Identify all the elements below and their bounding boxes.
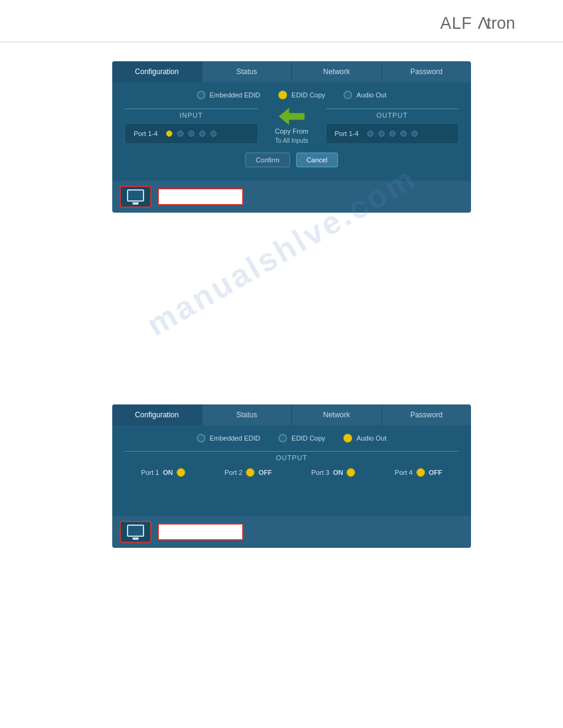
svg-text:ALF: ALF [440, 14, 472, 32]
embedded-edid-label-bottom: Embedded EDID [210, 434, 261, 442]
logo-divider [0, 42, 563, 42]
monitor-icon-bottom [127, 525, 144, 540]
output-port-label: Port 1-4 [335, 130, 362, 137]
monitor-stand-top [132, 202, 139, 205]
input-dot-2 [177, 131, 183, 137]
output-section-label: OUTPUT [124, 451, 459, 462]
toggle-row-bottom: Embedded EDID EDID Copy Audio Out [124, 434, 459, 442]
output-dot-4 [400, 131, 407, 137]
tab-password-top[interactable]: Password [382, 61, 472, 82]
action-row-top: Confirm Cancel [124, 153, 459, 167]
toggle-audio-out-bottom[interactable]: Audio Out [343, 434, 386, 442]
port-3-status: ON [333, 469, 343, 476]
top-panel-footer [112, 181, 471, 213]
footer-monitor-box-top [120, 186, 151, 208]
audio-out-dot-top [343, 91, 352, 99]
edid-copy-label-bottom: EDID Copy [291, 434, 325, 442]
embedded-edid-dot-bottom [197, 434, 205, 442]
input-dot-4 [199, 131, 205, 137]
top-panel: Configuration Status Network Password Em… [112, 61, 471, 213]
svg-text:tron: tron [486, 14, 515, 32]
input-box: INPUT Port 1-4 [124, 108, 258, 144]
toggle-row-top: Embedded EDID EDID Copy Audio Out [124, 91, 459, 99]
monitor-screen-top [127, 189, 144, 202]
edid-copy-dot-top [278, 91, 287, 99]
monitor-stand-bottom [132, 537, 139, 540]
copy-from-area: Copy From To All Inputs [264, 108, 320, 144]
edid-copy-dot-bottom [278, 434, 287, 442]
output-dot-5 [412, 131, 418, 137]
output-dot-2 [378, 131, 385, 137]
io-section-top: INPUT Port 1-4 Copy From To All Inputs [124, 108, 459, 144]
cancel-button-top[interactable]: Cancel [296, 153, 338, 167]
footer-monitor-box-bottom [120, 521, 151, 543]
embedded-edid-label-top: Embedded EDID [210, 91, 261, 99]
output-section-bottom: OUTPUT Port 1 ON Port 2 OFF Port 3 [124, 451, 459, 477]
logo-svg: ALF Λ tron [439, 11, 538, 33]
tab-configuration-top[interactable]: Configuration [112, 61, 202, 82]
output-dot-3 [389, 131, 396, 137]
copy-arrow-icon [279, 108, 305, 125]
monitor-screen-bottom [127, 525, 144, 537]
port-2-indicator [246, 468, 255, 477]
edid-copy-label-top: EDID Copy [291, 91, 325, 99]
port-2-name: Port 2 [224, 469, 242, 476]
output-dot-1 [367, 131, 373, 137]
toggle-edid-copy-bottom[interactable]: EDID Copy [278, 434, 325, 442]
port-4-status: OFF [429, 469, 442, 476]
logo-area: ALF Λ tron [439, 11, 538, 33]
port-item-4: Port 4 OFF [395, 468, 442, 477]
top-panel-body: Embedded EDID EDID Copy Audio Out INPUT … [112, 82, 471, 181]
tab-configuration-bottom[interactable]: Configuration [112, 404, 202, 425]
bottom-panel: Configuration Status Network Password Em… [112, 404, 471, 548]
embedded-edid-dot-top [197, 91, 205, 99]
tab-status-top[interactable]: Status [202, 61, 293, 82]
audio-out-label-bottom: Audio Out [356, 434, 386, 442]
footer-input-top[interactable] [158, 188, 243, 205]
port-3-name: Port 3 [312, 469, 329, 476]
port-1-indicator [177, 468, 185, 477]
port-item-1: Port 1 ON [141, 468, 185, 477]
monitor-icon-top [127, 189, 144, 205]
output-box: OUTPUT Port 1-4 [326, 108, 459, 144]
output-port-row: Port 1-4 [326, 123, 459, 144]
footer-input-bottom[interactable] [158, 523, 243, 540]
tab-password-bottom[interactable]: Password [382, 404, 472, 425]
port-item-3: Port 3 ON [312, 468, 356, 477]
port-1-name: Port 1 [141, 469, 159, 476]
spacer-bottom [124, 483, 459, 507]
input-dot-3 [188, 131, 194, 137]
tab-network-top[interactable]: Network [292, 61, 382, 82]
port-grid-bottom: Port 1 ON Port 2 OFF Port 3 ON [124, 468, 459, 477]
toggle-audio-out-top[interactable]: Audio Out [343, 91, 386, 99]
input-port-row: Port 1-4 [124, 123, 258, 144]
copy-to-text: To All Inputs [275, 137, 308, 144]
toggle-embedded-edid-top[interactable]: Embedded EDID [197, 91, 261, 99]
toggle-edid-copy-top[interactable]: EDID Copy [278, 91, 325, 99]
tab-network-bottom[interactable]: Network [292, 404, 382, 425]
input-dot-5 [210, 131, 216, 137]
port-item-2: Port 2 OFF [224, 468, 272, 477]
copy-from-text: Copy From [275, 127, 308, 135]
port-1-status: ON [163, 469, 173, 476]
toggle-embedded-edid-bottom[interactable]: Embedded EDID [197, 434, 261, 442]
top-tab-bar: Configuration Status Network Password [112, 61, 471, 82]
tab-status-bottom[interactable]: Status [202, 404, 293, 425]
port-4-name: Port 4 [395, 469, 413, 476]
audio-out-dot-bottom [343, 434, 352, 442]
confirm-button-top[interactable]: Confirm [245, 153, 290, 167]
input-label: INPUT [124, 108, 258, 119]
bottom-panel-body: Embedded EDID EDID Copy Audio Out OUTPUT… [112, 425, 471, 516]
output-label: OUTPUT [326, 108, 459, 119]
input-port-label: Port 1-4 [134, 130, 161, 137]
audio-out-label-top: Audio Out [356, 91, 386, 99]
port-2-status: OFF [258, 469, 272, 476]
port-4-indicator [416, 468, 425, 477]
bottom-panel-footer [112, 516, 471, 548]
port-3-indicator [347, 468, 355, 477]
input-dot-1 [166, 131, 172, 137]
bottom-tab-bar: Configuration Status Network Password [112, 404, 471, 425]
